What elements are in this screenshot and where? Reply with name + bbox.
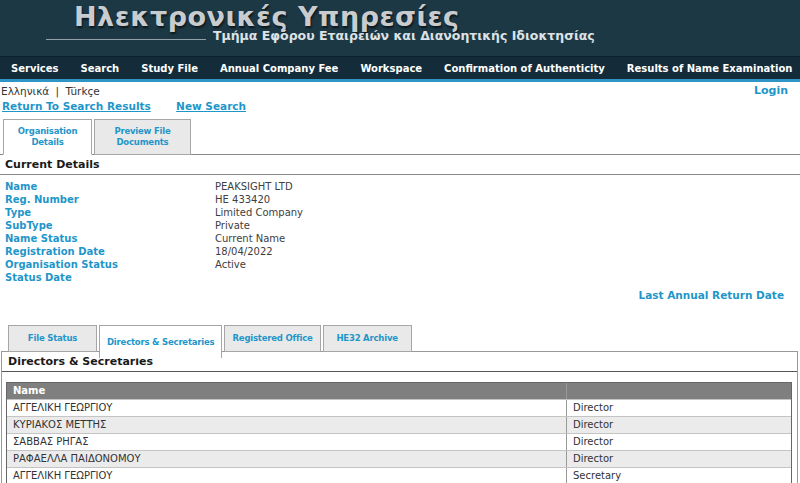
role-cell: Director (567, 400, 791, 416)
table-row: ΑΓΓΕΛΙΚΗ ΓΕΩΡΓΙΟΥ Director (7, 399, 791, 416)
field-value: Current Name (215, 233, 285, 244)
name-cell: ΑΓΓΕΛΙΚΗ ΓΕΩΡΓΙΟΥ (7, 400, 567, 416)
table-row: ΡΑΦΑΕΛΛΑ ΠΑΙΔΟΝΟΜΟΥ Director (7, 450, 791, 467)
name-cell: ΣΑΒΒΑΣ ΡΗΓΑΣ (7, 434, 567, 450)
subtitle-underline-decoration (46, 31, 206, 40)
field-row: Registration Date18/04/2022 (5, 245, 800, 258)
table-header-row: Name (7, 383, 791, 399)
tab-label: File Status (28, 333, 77, 344)
field-label: SubType (5, 219, 215, 232)
field-label: Organisation Status (5, 258, 215, 271)
language-separator: | (56, 85, 60, 97)
nav-item[interactable]: Search (70, 63, 131, 74)
field-row: Name StatusCurrent Name (5, 232, 800, 245)
role-cell: Director (567, 417, 791, 433)
action-links-row: Return To Search Results New Search (0, 98, 800, 116)
current-details-heading: Current Details (0, 154, 800, 175)
field-label: Reg. Number (5, 193, 215, 206)
main-tab[interactable]: Organisation Details (3, 119, 92, 155)
field-label: Type (5, 206, 215, 219)
field-label: Status Date (5, 271, 215, 284)
language-greek-link[interactable]: Ελληνικά (1, 85, 49, 97)
nav-item[interactable]: Workspace (349, 63, 433, 74)
name-column-header: Name (7, 383, 567, 399)
field-row: Organisation StatusActive (5, 258, 800, 271)
sub-tab-bar: File Status Directors & Secretaries Regi… (0, 325, 800, 352)
field-label: Registration Date (5, 245, 215, 258)
page: Ηλεκτρονικές Υπηρεσίες Τμήμα Εφόρου Εται… (0, 0, 800, 483)
table-body: ΑΓΓΕΛΙΚΗ ΓΕΩΡΓΙΟΥ Director ΚΥΡΙΑΚΟΣ ΜΕΤΤ… (7, 399, 791, 483)
tab-label: Organisation Details (7, 126, 88, 147)
role-column-header (567, 383, 791, 399)
sub-tab[interactable]: HE32 Archive (323, 325, 412, 352)
table-row: ΚΥΡΙΑΚΟΣ ΜΕΤΤΗΣ Director (7, 416, 791, 433)
field-row: Reg. NumberHE 433420 (5, 193, 800, 206)
nav-item[interactable]: Results of Name Examination (616, 63, 800, 74)
directors-panel: Directors & Secretaries Name ΑΓΓΕΛΙΚΗ ΓΕ… (1, 351, 798, 483)
site-subtitle: Τμήμα Εφόρου Εταιρειών και Διανοητικής Ι… (213, 28, 595, 43)
last-annual-return-date-link[interactable]: Last Annual Return Date (638, 289, 784, 301)
last-annual-return-row: Last Annual Return Date (0, 284, 800, 301)
role-cell: Secretary (567, 468, 791, 483)
tab-label: Preview File Documents (98, 126, 187, 147)
field-value: HE 433420 (215, 194, 270, 205)
tab-label: HE32 Archive (336, 333, 397, 344)
main-tab-bar: Organisation Details Preview File Docume… (0, 119, 800, 155)
nav-item[interactable]: Services (0, 63, 70, 74)
field-label: Name Status (5, 232, 215, 245)
nav-item[interactable]: Confirmation of Authenticity (433, 63, 616, 74)
main-nav: ServicesSearchStudy FileAnnual Company F… (0, 56, 800, 82)
new-search-link[interactable]: New Search (176, 100, 246, 112)
tab-label: Registered Office (232, 333, 312, 344)
nav-item[interactable]: Study File (130, 63, 209, 74)
site-subtitle-row: Τμήμα Εφόρου Εταιρειών και Διανοητικής Ι… (46, 28, 595, 43)
language-turkish-link[interactable]: Türkçe (65, 85, 99, 97)
table-row: ΑΓΓΕΛΙΚΗ ΓΕΩΡΓΙΟΥ Secretary (7, 467, 791, 483)
field-row: Status Date (5, 271, 800, 284)
sub-tab[interactable]: Directors & Secretaries (99, 325, 222, 358)
field-value: Private (215, 220, 250, 231)
return-to-search-results-link[interactable]: Return To Search Results (2, 100, 151, 112)
field-row: SubTypePrivate (5, 219, 800, 232)
field-value: Active (215, 259, 246, 270)
sub-tab[interactable]: File Status (8, 325, 97, 352)
nav-item[interactable]: Annual Company Fee (209, 63, 349, 74)
field-value: 18/04/2022 (215, 246, 273, 257)
name-cell: ΡΑΦΑΕΛΛΑ ΠΑΙΔΟΝΟΜΟΥ (7, 451, 567, 467)
role-cell: Director (567, 451, 791, 467)
name-cell: ΚΥΡΙΑΚΟΣ ΜΕΤΤΗΣ (7, 417, 567, 433)
role-cell: Director (567, 434, 791, 450)
main-tab[interactable]: Preview File Documents (94, 119, 191, 155)
directors-table: Name ΑΓΓΕΛΙΚΗ ΓΕΩΡΓΙΟΥ Director ΚΥΡΙΑΚΟΣ… (6, 382, 792, 483)
field-value: PEAKSIGHT LTD (215, 181, 293, 192)
field-row: NamePEAKSIGHT LTD (5, 180, 800, 193)
language-links: Ελληνικά | Türkçe (1, 85, 103, 97)
name-cell: ΑΓΓΕΛΙΚΗ ΓΕΩΡΓΙΟΥ (7, 468, 567, 483)
language-bar: Ελληνικά | Türkçe Login (0, 82, 800, 98)
field-row: TypeLimited Company (5, 206, 800, 219)
site-banner: Ηλεκτρονικές Υπηρεσίες Τμήμα Εφόρου Εται… (0, 0, 800, 56)
login-link[interactable]: Login (754, 84, 788, 97)
field-value: Limited Company (215, 207, 303, 218)
field-label: Name (5, 180, 215, 193)
table-row: ΣΑΒΒΑΣ ΡΗΓΑΣ Director (7, 433, 791, 450)
tab-label: Directors & Secretaries (107, 337, 214, 348)
sub-tab[interactable]: Registered Office (224, 325, 320, 352)
current-details-fields: NamePEAKSIGHT LTD Reg. NumberHE 433420 T… (0, 175, 800, 284)
